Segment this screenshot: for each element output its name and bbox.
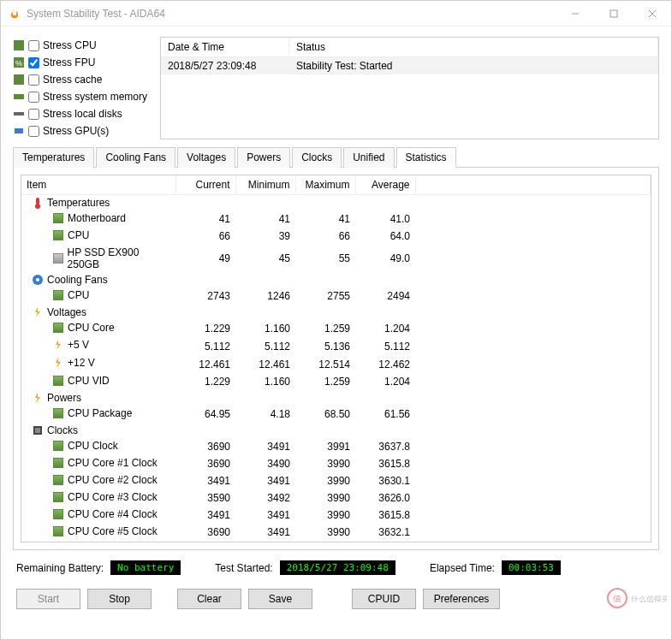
tab-voltages[interactable]: Voltages — [177, 147, 235, 168]
table-row[interactable]: HP SSD EX900 250GB49455549.0 — [21, 245, 651, 272]
stress-label[interactable]: Stress FPU — [43, 56, 95, 68]
stress-label[interactable]: Stress GPU(s) — [43, 125, 109, 137]
category-row[interactable]: Cooling Fans — [21, 272, 651, 287]
table-row[interactable]: +12 V12.46112.46112.51412.462 — [21, 355, 651, 373]
cell-average: 12.462 — [355, 355, 415, 373]
category-row[interactable]: Temperatures — [21, 195, 651, 211]
cell-average: 41.0 — [355, 210, 415, 228]
close-button[interactable] — [633, 1, 671, 27]
chip-icon — [52, 508, 64, 520]
tab-clocks[interactable]: Clocks — [292, 147, 342, 168]
stress-checkbox[interactable] — [28, 57, 39, 68]
table-row[interactable]: CPU Core #5 Clock3690349139903632.1 — [21, 524, 651, 541]
chip-icon — [52, 375, 64, 387]
stress-label[interactable]: Stress local disks — [43, 108, 122, 120]
cell-minimum: 3491 — [235, 438, 295, 455]
category-row[interactable]: Powers — [21, 390, 651, 406]
cell-maximum: 12.514 — [295, 355, 355, 373]
cell-minimum: 3491 — [235, 507, 295, 524]
cell-current: 64.95 — [175, 406, 235, 423]
tab-statistics[interactable]: Statistics — [396, 147, 456, 168]
chip-icon — [52, 457, 64, 469]
cell-current: 5.112 — [175, 337, 235, 355]
table-row[interactable]: +5 V5.1125.1125.1365.112 — [21, 337, 651, 355]
remaining-battery-value: No battery — [110, 560, 181, 575]
cell-average: 1.204 — [355, 320, 415, 337]
stress-label[interactable]: Stress CPU — [43, 39, 97, 51]
clear-button[interactable]: Clear — [177, 589, 241, 609]
table-row[interactable]: CPU Clock3690349139913637.8 — [21, 438, 651, 455]
cell-average: 3615.8 — [355, 507, 415, 524]
cell-minimum: 4.18 — [235, 406, 295, 423]
cell-maximum: 3990 — [295, 524, 355, 541]
stress-checkbox[interactable] — [28, 126, 39, 137]
category-row[interactable]: Voltages — [21, 305, 651, 320]
cell-current: 3690 — [175, 455, 235, 472]
ssd-icon — [52, 252, 64, 264]
table-row[interactable]: CPU Core #1 Clock3690349039903615.8 — [21, 455, 651, 472]
clock-icon — [32, 424, 44, 436]
col-header-minimum[interactable]: Minimum — [235, 175, 295, 195]
item-label: CPU VID — [68, 375, 110, 387]
tab-unified[interactable]: Unified — [343, 147, 394, 168]
log-row[interactable]: 2018/5/27 23:09:48Stability Test: Starte… — [161, 57, 658, 74]
stress-checkbox[interactable] — [28, 40, 39, 51]
preferences-button[interactable]: Preferences — [423, 589, 500, 609]
cpuid-button[interactable]: CPUID — [352, 589, 416, 609]
category-row[interactable]: Clocks — [21, 423, 651, 438]
table-row[interactable]: CPU66396664.0 — [21, 228, 651, 245]
save-button[interactable]: Save — [248, 589, 312, 609]
tab-temperatures[interactable]: Temperatures — [13, 147, 94, 168]
stop-button[interactable]: Stop — [87, 589, 152, 609]
table-row[interactable]: CPU Package64.954.1868.5061.56 — [21, 406, 651, 423]
table-row[interactable]: Motherboard41414141.0 — [21, 210, 651, 228]
volt-icon — [52, 357, 64, 369]
cell-minimum: 3492 — [235, 489, 295, 507]
cell-minimum: 1246 — [235, 287, 295, 305]
tab-cooling-fans[interactable]: Cooling Fans — [96, 147, 175, 168]
stress-checkbox[interactable] — [28, 92, 39, 103]
col-header-average[interactable]: Average — [355, 175, 415, 195]
col-header-maximum[interactable]: Maximum — [295, 175, 355, 195]
minimize-button[interactable] — [556, 1, 594, 27]
stress-label[interactable]: Stress cache — [43, 74, 102, 86]
fan-icon — [32, 274, 44, 286]
item-label: +5 V — [68, 339, 89, 351]
chip-icon — [52, 525, 64, 537]
chip-icon — [52, 289, 64, 301]
stress-checkbox[interactable] — [28, 74, 39, 86]
cell-maximum: 55 — [295, 245, 355, 272]
table-row[interactable]: CPU Core #2 Clock3491349139903630.1 — [21, 472, 651, 489]
cell-maximum: 3990 — [295, 507, 355, 524]
cell-current: 2743 — [175, 287, 235, 305]
table-row[interactable]: CPU Core1.2291.1601.2591.204 — [21, 320, 651, 337]
svg-text:%: % — [15, 59, 22, 68]
cell-minimum: 1.160 — [235, 320, 295, 337]
stress-label[interactable]: Stress system memory — [43, 91, 147, 103]
maximize-button[interactable] — [594, 1, 633, 27]
table-row[interactable]: CPU2743124627552494 — [21, 287, 651, 305]
cell-average: 2494 — [355, 287, 415, 305]
item-label: CPU Core #1 Clock — [68, 457, 158, 469]
log-header-datetime[interactable]: Date & Time — [161, 38, 289, 56]
table-row[interactable]: CPU Core #4 Clock3491349139903615.8 — [21, 507, 651, 524]
log-header-status[interactable]: Status — [289, 38, 658, 56]
volt-icon — [32, 392, 44, 404]
cell-current: 3590 — [175, 489, 235, 507]
col-header-item[interactable]: Item — [21, 175, 175, 195]
col-header-current[interactable]: Current — [175, 175, 235, 195]
log-datetime: 2018/5/27 23:09:48 — [161, 57, 289, 74]
table-row[interactable]: CPU Core #3 Clock3590349239903626.0 — [21, 489, 651, 507]
button-bar: Start Stop Clear Save CPUID Preferences — [13, 585, 659, 619]
cell-maximum: 2755 — [295, 287, 355, 305]
svg-point-14 — [36, 278, 39, 281]
item-label: CPU — [68, 289, 89, 301]
chip-icon — [52, 212, 64, 224]
test-started-label: Test Started: — [215, 562, 272, 574]
table-row[interactable]: CPU VID1.2291.1601.2591.204 — [21, 373, 651, 390]
tab-powers[interactable]: Powers — [237, 147, 290, 168]
table-row[interactable]: CPU Core #6 Clock3590349139903628.0 — [21, 541, 651, 542]
start-button[interactable]: Start — [16, 589, 80, 609]
cell-minimum: 39 — [235, 228, 295, 245]
stress-checkbox[interactable] — [28, 109, 39, 120]
